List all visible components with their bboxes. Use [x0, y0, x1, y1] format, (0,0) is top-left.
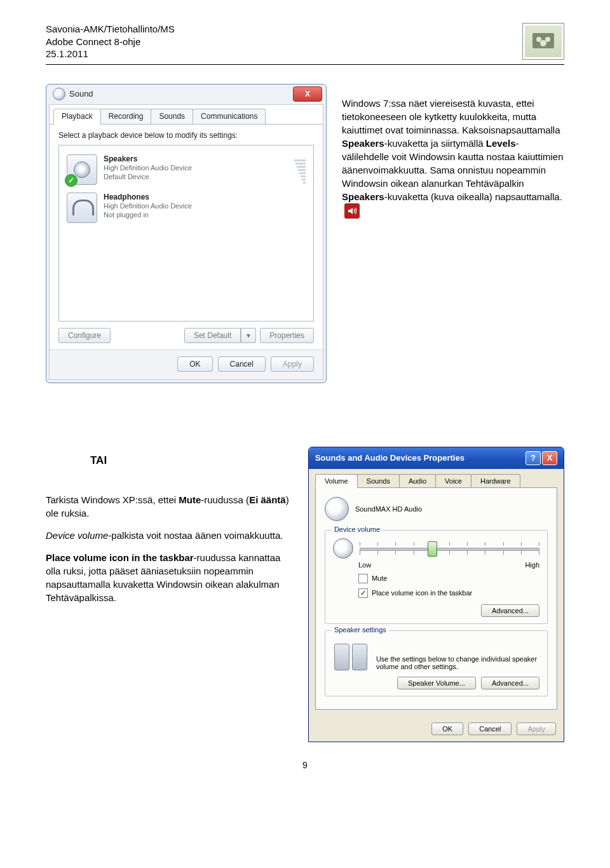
- slider-thumb[interactable]: [428, 541, 437, 557]
- close-icon: X: [305, 90, 310, 98]
- apply-button[interactable]: Apply: [271, 356, 314, 372]
- speakers-pair-icon: [333, 639, 369, 670]
- volume-slider[interactable]: [360, 541, 539, 556]
- close-button[interactable]: X: [293, 86, 322, 102]
- advanced-button[interactable]: Advanced...: [481, 604, 539, 617]
- svg-point-1: [536, 37, 541, 42]
- set-default-button[interactable]: Set Default ▾: [184, 328, 256, 343]
- speaker-settings-text: Use the settings below to change individ…: [376, 655, 539, 670]
- tab-sounds[interactable]: Sounds: [357, 474, 400, 487]
- group-title: Speaker settings: [332, 626, 389, 634]
- sound-title-icon: [53, 88, 65, 100]
- xp-title: Sounds and Audio Devices Properties: [315, 453, 464, 463]
- speaker-volume-button[interactable]: Speaker Volume...: [397, 677, 476, 689]
- taskbar-icon-checkbox[interactable]: ✓: [358, 588, 368, 598]
- speaker-icon: [333, 538, 353, 559]
- sound-title: Sound: [69, 89, 93, 98]
- speakers-icon: ✓: [67, 154, 97, 185]
- xp-sound-dialog: Sounds and Audio Devices Properties ? X …: [308, 447, 564, 742]
- audio-device-name: SoundMAX HD Audio: [355, 505, 422, 513]
- device-status: Default Device: [104, 173, 149, 180]
- tab-communications[interactable]: Communications: [193, 109, 266, 124]
- audio-device-icon: [325, 497, 349, 521]
- people-icon: [529, 29, 558, 53]
- header-logo: [522, 23, 564, 60]
- header-line-1: Savonia-AMK/Tietohallinto/MS: [46, 23, 175, 36]
- taskbar-icon-label: Place volume icon in the taskbar: [372, 589, 472, 597]
- properties-button[interactable]: Properties: [260, 328, 314, 343]
- tab-recording[interactable]: Recording: [100, 109, 152, 124]
- device-status: Not plugged in: [104, 211, 149, 219]
- header-line-2: Adobe Connect 8-ohje: [46, 36, 175, 48]
- header-line-3: 25.1.2011: [46, 48, 175, 60]
- device-headphones[interactable]: Headphones High Definition Audio Device …: [64, 189, 308, 227]
- tab-playback[interactable]: Playback: [53, 109, 101, 125]
- cancel-button[interactable]: Cancel: [218, 356, 266, 372]
- apply-button[interactable]: Apply: [517, 722, 556, 735]
- explanation-text-xp: TAI Tarkista Windows XP:ssä, ettei Mute-…: [46, 447, 289, 614]
- cancel-button[interactable]: Cancel: [468, 722, 512, 735]
- playback-prompt: Select a playback device below to modify…: [58, 131, 314, 140]
- advanced-button[interactable]: Advanced...: [481, 677, 539, 689]
- ok-button[interactable]: OK: [431, 722, 463, 735]
- tab-hardware[interactable]: Hardware: [471, 474, 520, 487]
- help-button[interactable]: ?: [525, 451, 541, 465]
- tab-audio[interactable]: Audio: [399, 474, 436, 487]
- device-name: Speakers: [104, 154, 137, 163]
- ok-button[interactable]: OK: [177, 356, 212, 372]
- mute-checkbox[interactable]: [358, 574, 368, 583]
- device-name: Headphones: [104, 193, 149, 201]
- group-title: Device volume: [332, 526, 383, 533]
- close-button[interactable]: X: [542, 451, 557, 465]
- device-driver: High Definition Audio Device: [104, 202, 192, 210]
- tab-voice[interactable]: Voice: [435, 474, 471, 487]
- or-heading: TAI: [90, 453, 289, 468]
- svg-point-3: [540, 40, 546, 46]
- explanation-text-win7: Windows 7:ssa näet viereisestä kuvasta, …: [342, 84, 564, 219]
- device-list[interactable]: ✓ Speakers High Definition Audio Device …: [58, 145, 314, 322]
- tab-sounds[interactable]: Sounds: [151, 109, 193, 124]
- configure-button[interactable]: Configure: [58, 328, 111, 343]
- tab-volume[interactable]: Volume: [315, 474, 358, 488]
- header-rule: [46, 64, 564, 65]
- level-meter: [294, 154, 306, 184]
- headphones-icon: [67, 193, 97, 223]
- mute-label: Mute: [372, 574, 387, 582]
- device-driver: High Definition Audio Device: [104, 164, 192, 172]
- device-speakers[interactable]: ✓ Speakers High Definition Audio Device …: [64, 151, 308, 189]
- chevron-down-icon[interactable]: ▾: [241, 328, 256, 343]
- doc-header: Savonia-AMK/Tietohallinto/MS Adobe Conne…: [46, 23, 175, 60]
- tray-speaker-icon: [344, 203, 360, 219]
- device-volume-group: Device volume Low Hi: [325, 530, 548, 624]
- svg-point-2: [545, 37, 550, 42]
- speaker-settings-group: Speaker settings Use the settings below …: [325, 630, 548, 696]
- page-number: 9: [46, 760, 564, 770]
- check-icon: ✓: [65, 174, 78, 187]
- sound-dialog: Sound X Playback Recording Sounds Commun…: [46, 84, 327, 383]
